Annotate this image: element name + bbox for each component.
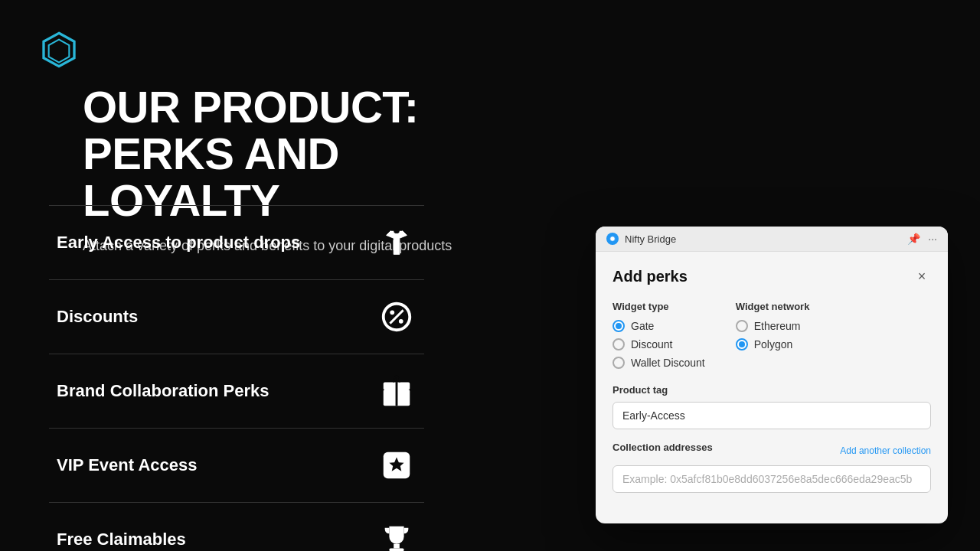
product-tag-label: Product tag	[612, 384, 931, 396]
widget-titlebar: Nifty Bridge 📌 ···	[596, 227, 948, 252]
perk-item-brand-collab: Brand Collaboration Perks	[49, 354, 424, 428]
radio-wallet-discount-label: Wallet Discount	[631, 357, 705, 369]
two-col-section: Widget type Gate Discount Wallet	[612, 301, 931, 369]
perks-list: Early Access to product drops Discounts …	[49, 205, 424, 551]
svg-marker-1	[49, 40, 70, 63]
tshirt-icon	[377, 223, 416, 262]
svg-point-3	[399, 319, 403, 324]
perk-label-brand-collab: Brand Collaboration Perks	[57, 381, 270, 401]
widget-network-section: Widget network Ethereum Polygon	[736, 301, 810, 369]
gift-icon	[377, 371, 416, 411]
widget-body: Add perks × Widget type Gate Discoun	[596, 252, 948, 523]
star-badge-icon	[377, 445, 416, 485]
radio-gate-label: Gate	[631, 320, 654, 332]
radio-discount-label: Discount	[631, 338, 672, 350]
svg-point-2	[390, 310, 394, 315]
widget-type-options: Gate Discount Wallet Discount	[612, 320, 705, 369]
widget-title: Nifty Bridge	[625, 233, 901, 245]
perk-label-discounts: Discounts	[57, 307, 138, 327]
collection-label: Collection addresses	[612, 442, 713, 453]
trophy-icon	[377, 520, 416, 551]
perk-item-discounts: Discounts	[49, 279, 424, 354]
pin-icon: 📌	[907, 233, 920, 245]
collection-section: Collection addresses Add another collect…	[612, 442, 931, 493]
svg-rect-11	[389, 549, 403, 552]
widget-type-label: Widget type	[612, 301, 705, 312]
radio-ethereum-circle	[736, 320, 748, 332]
modal-title: Add perks	[612, 268, 688, 285]
widget-network-options: Ethereum Polygon	[736, 320, 810, 350]
widget-type-section: Widget type Gate Discount Wallet	[612, 301, 705, 369]
close-button[interactable]: ×	[913, 267, 931, 285]
perk-item-early-access: Early Access to product drops	[49, 205, 424, 279]
perk-label-early-access: Early Access to product drops	[57, 233, 300, 253]
radio-gate-dot	[616, 323, 622, 329]
radio-polygon[interactable]: Polygon	[736, 338, 810, 350]
radio-wallet-discount-circle	[612, 357, 625, 369]
radio-wallet-discount[interactable]: Wallet Discount	[612, 357, 705, 369]
titlebar-actions: 📌 ···	[907, 233, 937, 245]
radio-discount-circle	[612, 338, 625, 350]
radio-ethereum-label: Ethereum	[754, 320, 801, 332]
radio-discount[interactable]: Discount	[612, 338, 705, 350]
logo	[40, 31, 78, 72]
radio-gate[interactable]: Gate	[612, 320, 705, 332]
widget-panel: Nifty Bridge 📌 ··· Add perks × Widget ty…	[596, 227, 948, 523]
perk-label-vip-event: VIP Event Access	[57, 455, 197, 475]
collection-address-input[interactable]	[612, 465, 931, 493]
product-tag-input[interactable]	[612, 402, 931, 429]
collection-header: Collection addresses Add another collect…	[612, 442, 931, 459]
perk-label-free-claimables: Free Claimables	[57, 530, 186, 549]
radio-polygon-dot	[739, 341, 745, 347]
radio-polygon-label: Polygon	[754, 338, 793, 350]
page-title: OUR PRODUCT: PERKS AND LOYALTY	[83, 84, 511, 224]
radio-gate-circle	[612, 320, 625, 332]
perk-item-free-claimables: Free Claimables	[49, 502, 424, 551]
percent-icon	[377, 297, 416, 337]
add-collection-link[interactable]: Add another collection	[840, 445, 931, 456]
widget-network-label: Widget network	[736, 301, 810, 312]
radio-polygon-circle	[736, 338, 748, 350]
modal-header: Add perks ×	[612, 267, 931, 285]
perk-item-vip-event: VIP Event Access	[49, 428, 424, 502]
widget-favicon	[606, 233, 619, 245]
product-tag-section: Product tag	[612, 384, 931, 429]
more-icon[interactable]: ···	[928, 233, 937, 245]
svg-rect-10	[394, 544, 400, 549]
radio-ethereum[interactable]: Ethereum	[736, 320, 810, 332]
